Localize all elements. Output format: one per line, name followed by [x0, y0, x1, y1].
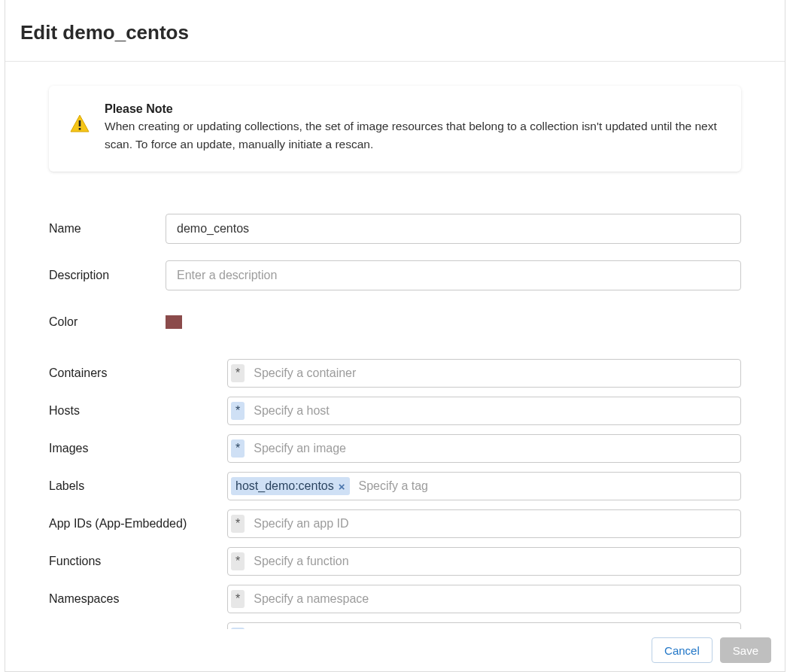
containers-tag[interactable]: * — [231, 364, 245, 382]
label-appids: App IDs (App-Embedded) — [49, 517, 227, 531]
field-containers: Containers*Specify a container — [49, 358, 741, 388]
tag-text: host_demo:centos — [235, 479, 334, 493]
cancel-button[interactable]: Cancel — [652, 637, 713, 663]
label-functions: Functions — [49, 555, 227, 568]
label-containers: Containers — [49, 366, 227, 380]
containers-placeholder: Specify a container — [251, 366, 356, 380]
field-functions: Functions*Specify a function — [49, 546, 741, 576]
images-input[interactable]: *Specify an image — [227, 434, 741, 463]
field-namespaces: Namespaces*Specify a namespace — [49, 584, 741, 614]
label-hosts: Hosts — [49, 404, 227, 418]
labels-tag[interactable]: host_demo:centos× — [231, 477, 350, 495]
save-button[interactable]: Save — [720, 637, 771, 663]
info-alert: Please Note When creating or updating co… — [49, 86, 741, 172]
label-description: Description — [49, 269, 166, 282]
appids-tag[interactable]: * — [231, 515, 245, 533]
label-namespaces: Namespaces — [49, 592, 227, 606]
tag-text: * — [235, 555, 240, 568]
alert-body: When creating or updating collections, t… — [105, 117, 720, 154]
labels-input[interactable]: host_demo:centos×Specify a tag — [227, 472, 741, 500]
dialog-footer: Cancel Save — [5, 629, 785, 671]
labels-placeholder: Specify a tag — [356, 479, 429, 493]
warning-icon — [70, 114, 90, 135]
dialog: Edit demo_centos Please Note When creati… — [5, 0, 785, 672]
field-color: Color — [49, 307, 741, 337]
tag-text: * — [235, 517, 240, 531]
label-name: Name — [49, 222, 166, 236]
tag-text: * — [235, 592, 240, 606]
label-images: Images — [49, 442, 227, 455]
field-hosts: Hosts*Specify a host — [49, 396, 741, 426]
field-name: Name — [49, 214, 741, 244]
tag-text: * — [235, 404, 240, 418]
label-color: Color — [49, 315, 166, 329]
namespaces-tag[interactable]: * — [231, 590, 245, 608]
alert-content: Please Note When creating or updating co… — [105, 102, 720, 154]
tag-fields-group: Containers*Specify a containerHosts*Spec… — [49, 358, 741, 631]
color-swatch[interactable] — [166, 315, 182, 329]
namespaces-input[interactable]: *Specify a namespace — [227, 585, 741, 613]
hosts-input[interactable]: *Specify a host — [227, 397, 741, 425]
tag-text: * — [235, 442, 240, 455]
label-labels: Labels — [49, 479, 227, 493]
containers-input[interactable]: *Specify a container — [227, 359, 741, 388]
svg-rect-1 — [79, 120, 81, 126]
field-images: Images*Specify an image — [49, 433, 741, 464]
dialog-body-scroll[interactable]: Please Note When creating or updating co… — [5, 62, 785, 631]
functions-input[interactable]: *Specify a function — [227, 547, 741, 576]
hosts-placeholder: Specify a host — [251, 404, 330, 418]
remove-tag-icon[interactable]: × — [339, 480, 345, 493]
images-placeholder: Specify an image — [251, 442, 346, 455]
dialog-header: Edit demo_centos — [5, 0, 785, 62]
namespaces-placeholder: Specify a namespace — [251, 592, 369, 606]
field-description: Description — [49, 260, 741, 290]
name-input[interactable] — [166, 214, 741, 244]
appids-placeholder: Specify an app ID — [251, 517, 348, 531]
hosts-tag[interactable]: * — [231, 402, 245, 420]
functions-tag[interactable]: * — [231, 552, 245, 570]
alert-title: Please Note — [105, 102, 720, 116]
images-tag[interactable]: * — [231, 439, 245, 458]
svg-rect-2 — [79, 128, 81, 130]
functions-placeholder: Specify a function — [251, 555, 348, 568]
appids-input[interactable]: *Specify an app ID — [227, 509, 741, 538]
field-appids: App IDs (App-Embedded)*Specify an app ID — [49, 509, 741, 539]
page-title: Edit demo_centos — [20, 21, 776, 44]
tag-text: * — [235, 366, 240, 380]
field-labels: Labelshost_demo:centos×Specify a tag — [49, 471, 741, 501]
description-input[interactable] — [166, 260, 741, 290]
